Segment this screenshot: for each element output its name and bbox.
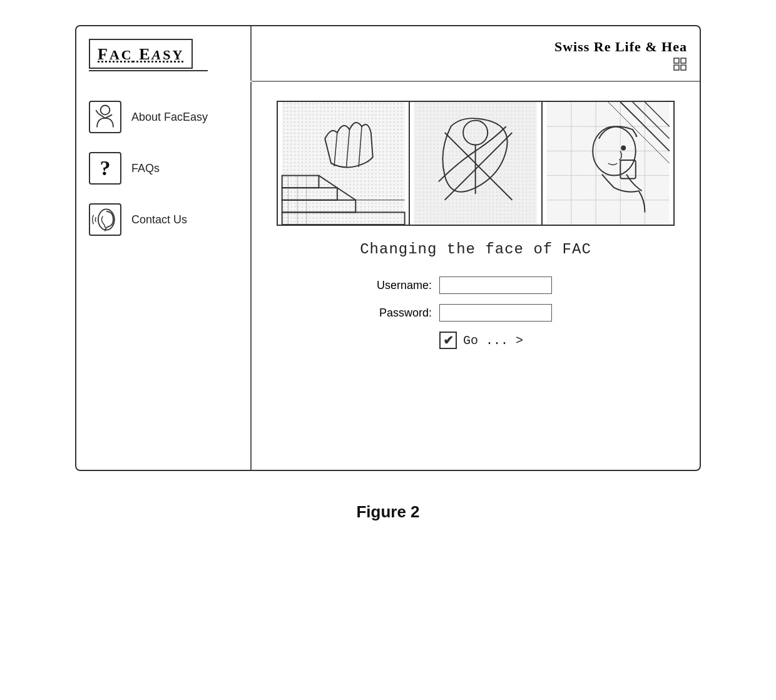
- faqs-label: FAQs: [131, 162, 160, 175]
- go-button[interactable]: Go ... >: [463, 333, 523, 348]
- hero-panel-3: [543, 102, 673, 225]
- ear-icon: [89, 203, 121, 236]
- header-right: Swiss Re Life & Hea: [252, 26, 700, 81]
- logo-underline: [89, 70, 208, 71]
- hero-panel-1: [278, 102, 410, 225]
- sidebar-item-contact[interactable]: Contact Us: [89, 203, 238, 236]
- sidebar-item-faqs[interactable]: ? FAQs: [89, 152, 238, 185]
- question-icon: ?: [89, 152, 121, 185]
- panel1-svg: [278, 102, 409, 225]
- person-icon: [89, 101, 121, 133]
- sidebar: About FacEasy ? FAQs: [76, 82, 252, 470]
- hero-strip: [277, 101, 675, 226]
- svg-line-7: [105, 114, 112, 118]
- password-input[interactable]: [439, 304, 552, 322]
- go-row: ✔ Go ... >: [439, 332, 523, 349]
- svg-point-46: [621, 146, 626, 151]
- username-input[interactable]: [439, 276, 552, 294]
- about-icon-svg: [90, 101, 120, 133]
- header: FAC EASY Swiss Re Life & Hea: [76, 26, 700, 81]
- svg-rect-2: [674, 65, 679, 70]
- svg-point-4: [101, 106, 110, 115]
- svg-rect-0: [674, 58, 679, 63]
- app-frame: FAC EASY Swiss Re Life & Hea: [75, 25, 701, 471]
- svg-rect-11: [282, 102, 405, 225]
- password-row: Password:: [369, 304, 552, 322]
- password-label: Password:: [369, 307, 432, 320]
- tagline: Changing the face of FAC: [360, 241, 591, 258]
- ear-icon-svg: [90, 203, 120, 236]
- company-name: Swiss Re Life & Hea: [554, 39, 687, 55]
- main-body: About FacEasy ? FAQs: [76, 82, 700, 470]
- about-label: About FacEasy: [131, 111, 208, 124]
- main-content: Changing the face of FAC Username: Passw…: [252, 82, 700, 470]
- svg-rect-1: [681, 58, 686, 63]
- panel2-svg: [410, 102, 541, 225]
- username-row: Username:: [369, 276, 552, 294]
- login-form: Username: Password: ✔ Go ... >: [369, 276, 582, 349]
- svg-point-8: [98, 209, 115, 230]
- logo: FAC EASY: [89, 39, 193, 69]
- figure-caption: Figure 2: [356, 502, 419, 522]
- contact-label: Contact Us: [131, 213, 187, 226]
- sidebar-item-about[interactable]: About FacEasy: [89, 101, 238, 133]
- hero-panel-2: [410, 102, 542, 225]
- company-icon-display: [673, 58, 687, 74]
- svg-rect-3: [681, 65, 686, 70]
- grid-icon: [673, 58, 687, 71]
- header-left: FAC EASY: [76, 26, 252, 81]
- username-label: Username:: [369, 279, 432, 292]
- go-checkbox[interactable]: ✔: [439, 332, 457, 349]
- panel3-svg: [543, 102, 673, 225]
- svg-line-6: [96, 110, 98, 114]
